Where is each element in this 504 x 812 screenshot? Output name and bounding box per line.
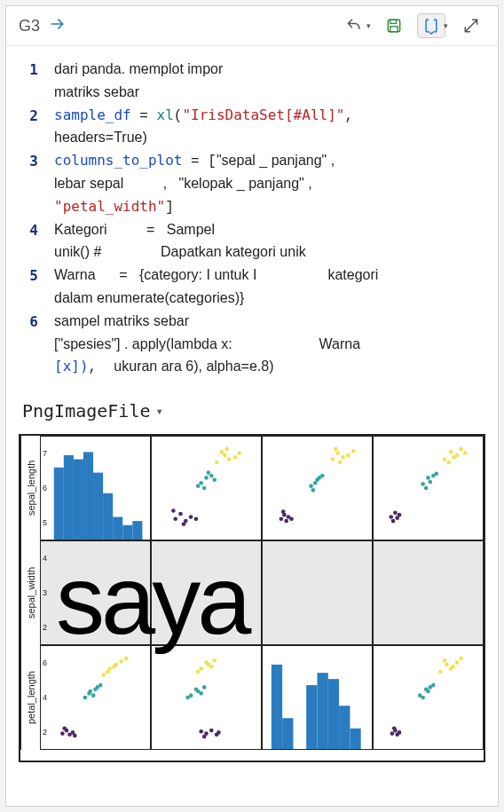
svg-point-93 [202, 735, 207, 739]
svg-point-132 [459, 657, 463, 661]
code-line: 1dari panda. memplot impormatriks sebar [13, 59, 485, 105]
svg-point-127 [445, 663, 449, 667]
output-type-label: PngImageFile [22, 400, 151, 422]
chart-cell-r3c1: 642 [40, 645, 151, 750]
expand-button[interactable] [457, 13, 485, 38]
svg-point-100 [202, 685, 207, 690]
svg-rect-2 [390, 27, 398, 32]
editor-toolbar: G3 ▾ ▾ [6, 6, 498, 46]
svg-point-124 [426, 690, 430, 694]
svg-point-24 [212, 478, 217, 483]
chart-cell-r2c1: 432 [40, 540, 151, 645]
svg-point-115 [390, 731, 395, 736]
line-number: 2 [13, 105, 54, 128]
svg-point-18 [194, 517, 199, 522]
code-content[interactable]: dari panda. memplot impormatriks sebar [54, 59, 485, 105]
svg-point-59 [424, 486, 429, 491]
line-number: 5 [13, 264, 54, 288]
line-number: 4 [13, 219, 54, 242]
svg-point-27 [223, 453, 227, 458]
save-button[interactable] [380, 13, 408, 38]
svg-point-64 [449, 450, 453, 454]
code-content[interactable]: sample_df = xl("IrisDataSet[#All]",heade… [54, 105, 485, 151]
svg-rect-3 [54, 468, 64, 540]
chevron-down-icon: ▾ [156, 404, 163, 418]
svg-point-99 [185, 696, 190, 700]
svg-point-45 [331, 457, 335, 461]
svg-rect-5 [74, 460, 83, 540]
svg-point-30 [233, 455, 238, 460]
svg-rect-8 [103, 493, 113, 540]
svg-point-61 [429, 480, 433, 485]
svg-point-20 [204, 476, 209, 480]
svg-point-57 [421, 482, 425, 486]
svg-point-106 [212, 658, 217, 663]
svg-point-54 [391, 519, 396, 524]
svg-rect-7 [93, 473, 103, 540]
svg-point-35 [284, 519, 288, 524]
line-number: 6 [13, 311, 54, 334]
svg-point-62 [434, 472, 438, 477]
code-content[interactable]: Kategori = Sampelunik() # Dapatkan kateg… [54, 219, 485, 265]
svg-point-89 [124, 657, 129, 661]
svg-point-68 [452, 455, 456, 460]
svg-point-83 [101, 673, 106, 677]
svg-point-47 [341, 455, 345, 460]
svg-point-52 [389, 515, 393, 519]
svg-point-67 [459, 447, 463, 452]
svg-point-32 [237, 451, 241, 455]
svg-point-69 [463, 451, 468, 455]
svg-point-28 [227, 457, 232, 461]
code-content[interactable]: sampel matriks sebar["spesies"] . apply(… [54, 311, 485, 379]
svg-point-46 [335, 451, 340, 455]
output-type-dropdown[interactable]: PngImageFile ▾ [6, 386, 498, 429]
svg-point-125 [431, 683, 436, 688]
svg-point-75 [73, 734, 77, 738]
python-editor-panel: G3 ▾ ▾ 1dari panda. memplot impormatriks… [5, 5, 499, 807]
svg-point-101 [196, 690, 201, 694]
y-axis-label-sepal-width: sepal_width [20, 540, 40, 645]
svg-point-78 [91, 694, 96, 698]
svg-rect-108 [272, 665, 282, 749]
svg-point-88 [112, 665, 116, 669]
code-content[interactable]: columns_to_plot = ["sepal _ panjang" ,le… [54, 150, 485, 218]
chart-cell-r1c2 [151, 436, 262, 540]
undo-dropdown-caret[interactable]: ▾ [366, 21, 371, 30]
svg-point-76 [83, 696, 88, 700]
svg-point-102 [199, 666, 203, 671]
svg-point-41 [311, 488, 316, 493]
svg-point-23 [196, 485, 201, 489]
goto-cell-icon[interactable] [49, 15, 67, 36]
code-line: 6sampel matriks sebar["spesies"] . apply… [13, 311, 485, 379]
svg-point-25 [207, 470, 211, 475]
svg-point-58 [426, 476, 430, 480]
svg-point-19 [199, 481, 203, 485]
svg-rect-10 [122, 525, 132, 540]
svg-rect-114 [350, 729, 360, 749]
svg-point-70 [60, 731, 65, 736]
chart-cell-r1c3 [262, 436, 373, 540]
svg-point-63 [443, 457, 447, 461]
code-content[interactable]: Warna = {category: I untuk I kategoridal… [54, 264, 485, 311]
svg-point-86 [106, 670, 110, 674]
chart-cell-r3c2 [151, 645, 262, 750]
scatter-matrix-chart: sepal_length 765 [19, 434, 485, 762]
svg-point-87 [119, 659, 123, 664]
chart-cell-r2c2 [151, 540, 262, 645]
svg-point-51 [351, 449, 356, 453]
svg-point-31 [224, 447, 229, 452]
output-mode-dropdown-caret[interactable]: ▾ [444, 21, 448, 30]
svg-point-16 [189, 515, 193, 519]
svg-rect-1 [390, 20, 397, 23]
undo-button[interactable] [340, 13, 368, 38]
svg-point-39 [309, 485, 313, 489]
code-editor[interactable]: 1dari panda. memplot impormatriks sebar2… [6, 46, 498, 386]
svg-point-50 [338, 461, 343, 465]
svg-point-22 [209, 474, 214, 478]
svg-point-43 [313, 481, 318, 485]
chart-cell-r2c3 [262, 540, 373, 645]
chart-cell-r3c4 [373, 645, 484, 750]
svg-rect-11 [132, 521, 142, 540]
line-number: 3 [13, 150, 54, 173]
output-mode-button[interactable] [417, 13, 445, 38]
